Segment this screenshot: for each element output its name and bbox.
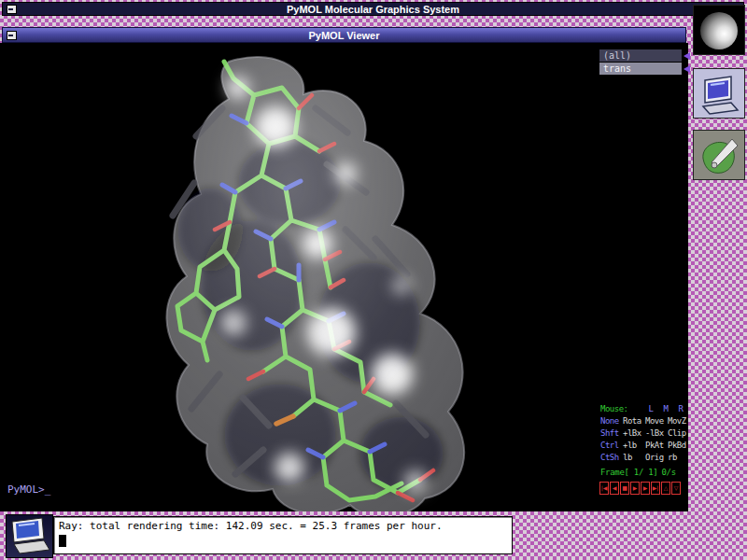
monitor-icon xyxy=(694,69,744,118)
action-label: rb xyxy=(668,452,690,464)
frame-indicator: Frame[ 1/ 1]0/s xyxy=(600,468,676,477)
mouse-col-right: R xyxy=(673,403,688,415)
console-message: Ray: total rendering time: 142.09 sec. =… xyxy=(54,517,512,532)
step-back-button[interactable]: ◀ xyxy=(610,482,619,495)
object-menu-arrow-icon[interactable] xyxy=(684,65,690,73)
viewer-menu-icon xyxy=(8,35,13,36)
modifier-label: Shft xyxy=(600,427,623,440)
action-label: Clip xyxy=(668,427,690,440)
go-to-end-button[interactable]: ▶| xyxy=(651,482,660,495)
object-menu-arrow-icon[interactable] xyxy=(684,52,690,60)
modifier-label: Ctrl xyxy=(600,440,623,452)
object-label: trans xyxy=(603,63,631,74)
action-label: -lBx xyxy=(645,427,668,440)
sphere-render-window-icon[interactable] xyxy=(693,5,745,55)
modifier-label: None xyxy=(600,415,623,427)
action-label: PkAt xyxy=(645,440,668,452)
stop-button[interactable]: ■ xyxy=(620,482,629,495)
main-titlebar[interactable]: PyMOL Molecular Graphics System xyxy=(2,2,744,16)
workspace: PyMOL>_ (all) trans Mouse:LMR NoneRotaMo… xyxy=(0,43,688,511)
object-row-all[interactable]: (all) xyxy=(599,49,682,62)
play-button[interactable]: ▶ xyxy=(630,482,640,495)
viewer-menu-button[interactable] xyxy=(7,31,17,40)
mouse-row-shft: Shft+lBx-lBxClip xyxy=(600,427,690,440)
command-prompt[interactable]: PyMOL>_ xyxy=(7,483,50,496)
action-label: PkBd xyxy=(668,440,690,452)
object-panel: (all) trans Mouse:LMR NoneRotaMoveMovZ S… xyxy=(598,43,688,511)
down-button[interactable]: ▽ xyxy=(671,482,681,495)
molecule-viewport[interactable] xyxy=(0,43,598,511)
action-label: lb xyxy=(623,452,645,464)
movie-controls: |◀ ◀ ■ ▶ ▶ ▶| △ ▽ xyxy=(599,482,681,495)
frame-rate: 0/s xyxy=(661,468,675,477)
object-list: (all) trans xyxy=(598,43,688,75)
main-window-title: PyMOL Molecular Graphics System xyxy=(3,3,743,16)
object-label: (all) xyxy=(603,50,631,61)
modifier-label: CtSh xyxy=(600,452,623,464)
mouse-row-ctrl: Ctrl+lbPkAtPkBd xyxy=(600,440,690,452)
mouse-label: Mouse: xyxy=(600,403,643,415)
pymol-window: PyMOL Molecular Graphics System PyMOL Vi… xyxy=(0,0,747,560)
viewer-titlebar[interactable]: PyMOL Viewer xyxy=(2,27,686,43)
mouse-legend: Mouse:LMR NoneRotaMoveMovZ Shft+lBx-lBxC… xyxy=(600,403,690,464)
mouse-col-middle: M xyxy=(658,403,673,415)
action-label: +lb xyxy=(623,440,645,452)
computer-window-icon[interactable] xyxy=(693,68,745,119)
viewer-window-title: PyMOL Viewer xyxy=(3,28,685,43)
mouse-row-ctsh: CtShlbOrigrb xyxy=(600,452,690,464)
rewind-button[interactable]: |◀ xyxy=(599,482,609,495)
action-label: Move xyxy=(645,415,668,427)
mouse-col-left: L xyxy=(643,403,658,415)
console-cursor xyxy=(59,535,66,547)
action-label: +lBx xyxy=(623,427,645,440)
mouse-row-none: NoneRotaMoveMovZ xyxy=(600,415,690,427)
paint-window-icon[interactable] xyxy=(693,130,745,180)
paint-icon xyxy=(694,131,744,179)
object-row-trans[interactable]: trans xyxy=(599,63,682,75)
console-input[interactable]: Ray: total rendering time: 142.09 sec. =… xyxy=(53,516,513,554)
computer-terminal-icon[interactable] xyxy=(6,514,53,558)
action-label: MovZ xyxy=(668,415,690,427)
window-menu-button[interactable] xyxy=(7,5,17,14)
action-label: Rota xyxy=(623,415,645,427)
up-button[interactable]: △ xyxy=(661,482,670,495)
window-menu-icon xyxy=(8,8,13,10)
action-label: Orig xyxy=(645,452,668,464)
step-forward-button[interactable]: ▶ xyxy=(641,482,650,495)
frame-counter: Frame[ 1/ 1] xyxy=(600,468,657,477)
sphere-icon xyxy=(700,12,738,49)
mouse-legend-header: Mouse:LMR xyxy=(600,403,690,415)
